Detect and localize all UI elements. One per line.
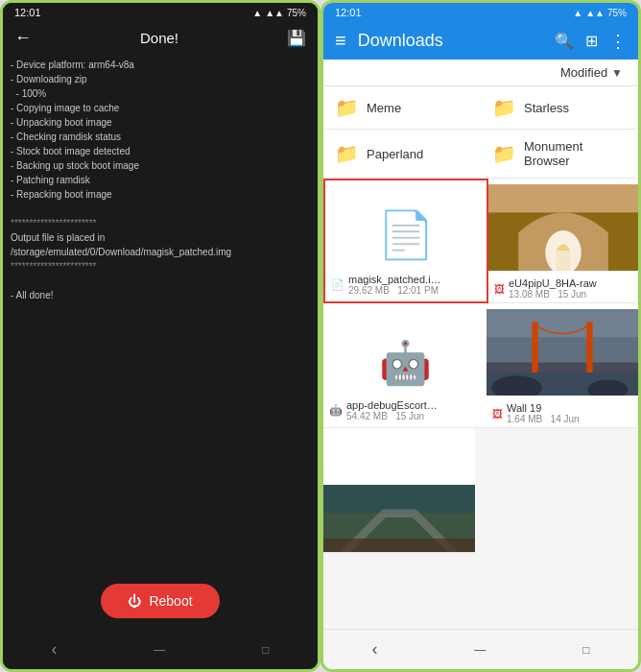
file-document-icon: 📄 [377, 208, 435, 262]
file-magisk[interactable]: 📄 📄 magisk_patched.img 29.62 MB 12:01 PM [323, 179, 488, 303]
right-toolbar: ≡ Downloads 🔍 ⊞ ⋮ [323, 22, 638, 60]
right-time: 12:01 [335, 7, 362, 18]
left-toolbar: ← Done! 💾 [3, 22, 318, 54]
file-aerial[interactable] [323, 428, 475, 553]
save-icon: 💾 [287, 29, 306, 47]
file-taj[interactable]: 🖼 eU4pipU_8HA-raw 13.08 MB 15 Jun [488, 179, 638, 303]
right-wifi-icon: ▲ [573, 8, 582, 18]
file-magisk-info: 📄 magisk_patched.img 29.62 MB 12:01 PM [331, 274, 481, 296]
folder-paperland-label: Paperland [367, 147, 423, 161]
svg-rect-14 [323, 539, 475, 552]
file-taj-info: 🖼 eU4pipU_8HA-raw 13.08 MB 15 Jun [488, 275, 638, 302]
right-title: Downloads [358, 31, 543, 51]
sort-chevron-icon: ▼ [611, 66, 623, 80]
svg-rect-7 [532, 322, 537, 372]
folder-paperland[interactable]: 📁 Paperland [323, 130, 481, 179]
folder-icon: 📁 [335, 96, 359, 119]
folder-meme[interactable]: 📁 Meme [323, 86, 481, 130]
file-apk-info: 🤖 app-debugEscorts.... 54.42 MB 15 Jun [329, 399, 481, 421]
left-panel: 12:01 ▲ ▲▲ 75% ← Done! 💾 - Device platfo… [0, 0, 320, 672]
home-nav-button[interactable]: — [134, 637, 184, 661]
image-icon: 🖼 [494, 283, 505, 295]
grid-button[interactable]: ⊞ [585, 31, 598, 52]
file-golden-gate[interactable]: 🖼 Wall 19 1.64 MB 14 Jun [487, 303, 638, 428]
file-taj-name: eU4pipU_8HA-raw [509, 277, 597, 289]
power-icon: ⏻ [128, 593, 141, 609]
more-button[interactable]: ⋮ [609, 31, 627, 52]
file-row-1: 📄 📄 magisk_patched.img 29.62 MB 12:01 PM [323, 179, 638, 303]
file-golden-gate-info: 🖼 Wall 19 1.64 MB 14 Jun [487, 399, 638, 427]
folder-meme-label: Meme [367, 101, 401, 115]
left-nav-bar: ‹ — □ [3, 630, 318, 669]
right-content: 📁 Meme 📁 Starless 📁 Paperland 📁 Monument… [323, 86, 638, 629]
reboot-button[interactable]: ⏻ Reboot [101, 584, 219, 618]
search-button[interactable]: 🔍 [555, 31, 574, 52]
left-status-icons: ▲ ▲▲ 75% [252, 8, 306, 18]
file-empty [475, 428, 638, 553]
folder-icon: 📁 [492, 142, 516, 165]
right-nav-bar: ‹ — □ [323, 629, 638, 669]
battery-icon: 75% [287, 8, 306, 18]
file-gg-name: Wall 19 [507, 402, 580, 414]
svg-rect-3 [557, 251, 571, 271]
back-nav-button[interactable]: ‹ [32, 637, 76, 661]
recents-nav-button[interactable]: □ [243, 637, 288, 661]
right-recents-button[interactable]: □ [563, 637, 608, 661]
folder-monument-label: Monument Browser [524, 139, 627, 168]
android-small-icon: 🤖 [329, 404, 343, 417]
right-toolbar-icons: 🔍 ⊞ ⋮ [555, 31, 627, 52]
folder-row-2: 📁 Paperland 📁 Monument Browser [323, 130, 638, 179]
right-status-icons: ▲ ▲▲ 75% [573, 8, 627, 18]
left-status-bar: 12:01 ▲ ▲▲ 75% [3, 3, 318, 22]
file-apk[interactable]: 🤖 🤖 app-debugEscorts.... 54.42 MB 15 Jun [323, 303, 487, 428]
file-gg-meta: 1.64 MB 14 Jun [507, 414, 580, 424]
folder-starless-label: Starless [524, 101, 569, 115]
left-title: Done! [43, 30, 275, 46]
right-battery-icon: 75% [607, 8, 627, 18]
folder-icon: 📁 [492, 96, 516, 119]
svg-rect-6 [487, 337, 638, 362]
android-icon: 🤖 [379, 338, 432, 388]
left-bottom: ⏻ Reboot [3, 572, 318, 630]
sort-label: Modified [560, 65, 607, 80]
folder-icon: 📁 [335, 142, 359, 165]
right-home-button[interactable]: — [455, 637, 505, 661]
right-panel: 12:01 ▲ ▲▲ 75% ≡ Downloads 🔍 ⊞ ⋮ Modifie… [320, 0, 641, 672]
svg-rect-8 [586, 322, 592, 372]
file-small-icon: 📄 [331, 278, 344, 291]
signal-icon: ▲▲ [265, 8, 284, 18]
image-icon-2: 🖼 [492, 408, 503, 420]
file-row-2: 🤖 🤖 app-debugEscorts.... 54.42 MB 15 Jun [323, 303, 638, 428]
file-taj-meta: 13.08 MB 15 Jun [509, 289, 597, 300]
sort-bar: Modified ▼ [323, 60, 638, 86]
back-button[interactable]: ← [14, 28, 32, 48]
right-back-button[interactable]: ‹ [352, 637, 396, 661]
file-apk-name: app-debugEscorts.... [346, 399, 442, 411]
aerial-thumbnail [323, 485, 475, 552]
left-log-content: - Device platform: arm64-v8a - Downloadi… [3, 54, 318, 572]
folder-starless[interactable]: 📁 Starless [481, 86, 638, 130]
left-time: 12:01 [14, 7, 41, 18]
folder-monument-browser[interactable]: 📁 Monument Browser [481, 130, 638, 179]
file-apk-meta: 54.42 MB 15 Jun [346, 411, 442, 421]
wifi-icon: ▲ [252, 8, 262, 18]
golden-gate-thumbnail [487, 309, 638, 396]
right-signal-icon: ▲▲ [585, 8, 605, 18]
menu-button[interactable]: ≡ [335, 30, 346, 52]
folder-row-1: 📁 Meme 📁 Starless [323, 86, 638, 130]
right-status-bar: 12:01 ▲ ▲▲ 75% [323, 3, 638, 22]
file-row-3 [323, 428, 638, 553]
file-magisk-meta: 29.62 MB 12:01 PM [348, 285, 444, 296]
file-magisk-name: magisk_patched.img [348, 274, 444, 285]
taj-thumbnail [488, 184, 638, 271]
